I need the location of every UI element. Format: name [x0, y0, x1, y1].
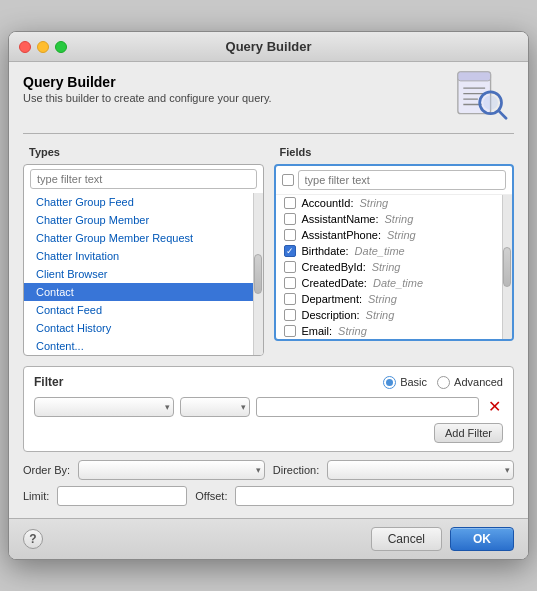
help-button[interactable]: ?	[23, 529, 43, 549]
bottom-bar: ? Cancel OK	[9, 518, 528, 559]
fields-scrollbar-thumb	[503, 247, 511, 287]
types-list-item[interactable]: Contact	[24, 283, 253, 301]
field-type: String	[359, 197, 388, 209]
page-title: Query Builder	[23, 74, 272, 90]
limit-label: Limit:	[23, 490, 49, 502]
field-checkbox[interactable]	[284, 261, 296, 273]
fields-list-item[interactable]: AssistantPhone:String	[276, 227, 503, 243]
field-type: String	[338, 325, 367, 337]
field-name: CreatedDate:	[302, 277, 367, 289]
types-section: Types Chatter Group FeedChatter Group Me…	[23, 142, 264, 356]
types-list-item[interactable]: Content...	[24, 337, 253, 355]
filter-value-input[interactable]	[256, 397, 479, 417]
add-filter-button[interactable]: Add Filter	[434, 423, 503, 443]
header-divider	[23, 133, 514, 134]
direction-select[interactable]	[327, 460, 514, 480]
types-list-wrap: Chatter Group FeedChatter Group MemberCh…	[24, 193, 253, 355]
fields-list-item[interactable]: AssistantName:String	[276, 211, 503, 227]
minimize-button[interactable]	[37, 41, 49, 53]
cancel-button[interactable]: Cancel	[371, 527, 442, 551]
query-builder-window: Query Builder Query Builder Use this bui…	[8, 31, 529, 560]
field-checkbox[interactable]	[284, 213, 296, 225]
svg-rect-1	[458, 72, 491, 81]
field-type: String	[366, 309, 395, 321]
svg-line-8	[499, 111, 506, 118]
fields-panel: AccountId:StringAssistantName:StringAssi…	[274, 164, 515, 341]
fields-filter-input[interactable]	[298, 170, 507, 190]
types-list-item[interactable]: Chatter Group Feed	[24, 193, 253, 211]
limit-input[interactable]	[57, 486, 187, 506]
field-checkbox[interactable]	[284, 245, 296, 257]
field-checkbox[interactable]	[284, 229, 296, 241]
fields-panel-label: Fields	[274, 142, 515, 160]
fields-scrollbar[interactable]	[502, 195, 512, 339]
filter-condition-row: ✕	[34, 397, 503, 417]
types-list-item[interactable]: Chatter Invitation	[24, 247, 253, 265]
fields-list-item[interactable]: Department:String	[276, 291, 503, 307]
filter-mode-radio-group: Basic Advanced	[383, 376, 503, 389]
order-direction-row: Order By: Direction:	[23, 460, 514, 480]
field-checkbox[interactable]	[284, 277, 296, 289]
field-checkbox[interactable]	[284, 293, 296, 305]
fields-list-item[interactable]: Description:String	[276, 307, 503, 323]
fields-select-all-checkbox[interactable]	[282, 174, 294, 186]
field-type: String	[385, 213, 414, 225]
filter-operator-select[interactable]	[180, 397, 250, 417]
basic-radio-dot	[383, 376, 396, 389]
main-content: Query Builder Use this builder to create…	[9, 62, 528, 518]
field-type: String	[372, 261, 401, 273]
field-name: Birthdate:	[302, 245, 349, 257]
order-by-select-wrap	[78, 460, 265, 480]
fields-list-item[interactable]: AccountId:String	[276, 195, 503, 211]
field-name: CreatedById:	[302, 261, 366, 273]
types-panel-label: Types	[23, 142, 264, 160]
types-scrollbar[interactable]	[253, 193, 263, 355]
fields-list-item[interactable]: CreatedById:String	[276, 259, 503, 275]
field-checkbox[interactable]	[284, 309, 296, 321]
offset-input[interactable]	[235, 486, 514, 506]
fields-list-item[interactable]: CreatedDate:Date_time	[276, 275, 503, 291]
types-list-item[interactable]: Chatter Group Member	[24, 211, 253, 229]
page-description: Use this builder to create and configure…	[23, 92, 272, 104]
titlebar: Query Builder	[9, 32, 528, 62]
order-by-select[interactable]	[78, 460, 265, 480]
field-checkbox[interactable]	[284, 197, 296, 209]
fields-list-wrap: AccountId:StringAssistantName:StringAssi…	[276, 195, 513, 339]
ok-button[interactable]: OK	[450, 527, 514, 551]
close-button[interactable]	[19, 41, 31, 53]
fields-list-item[interactable]: Email:String	[276, 323, 503, 339]
types-panel-inner: Chatter Group FeedChatter Group MemberCh…	[24, 193, 263, 355]
types-list-item[interactable]: Contact Feed	[24, 301, 253, 319]
field-type: Date_time	[373, 277, 423, 289]
fields-section: Fields AccountId:StringAssistantName:Str…	[274, 142, 515, 356]
filter-field-select[interactable]	[34, 397, 174, 417]
field-type: String	[368, 293, 397, 305]
direction-label: Direction:	[273, 464, 319, 476]
field-name: Description:	[302, 309, 360, 321]
field-name: AssistantName:	[302, 213, 379, 225]
filter-advanced-radio[interactable]: Advanced	[437, 376, 503, 389]
maximize-button[interactable]	[55, 41, 67, 53]
filter-delete-button[interactable]: ✕	[485, 398, 503, 416]
fields-filter-row	[276, 166, 513, 195]
svg-point-7	[483, 95, 498, 110]
field-type: Date_time	[355, 245, 405, 257]
types-filter-input[interactable]	[30, 169, 257, 189]
types-scrollbar-thumb	[254, 254, 262, 294]
action-buttons: Cancel OK	[371, 527, 514, 551]
types-list-item[interactable]: Chatter Group Member Request	[24, 229, 253, 247]
page-header: Query Builder Use this builder to create…	[23, 74, 514, 125]
types-list: Chatter Group FeedChatter Group MemberCh…	[24, 193, 253, 355]
fields-list-item[interactable]: Birthdate:Date_time	[276, 243, 503, 259]
query-icon	[454, 70, 509, 120]
filter-section: Filter Basic Advanced	[23, 366, 514, 452]
order-by-label: Order By:	[23, 464, 70, 476]
types-list-item[interactable]: Contact History	[24, 319, 253, 337]
field-checkbox[interactable]	[284, 325, 296, 337]
filter-basic-radio[interactable]: Basic	[383, 376, 427, 389]
types-list-item[interactable]: Client Browser	[24, 265, 253, 283]
field-name: AccountId:	[302, 197, 354, 209]
fields-list: AccountId:StringAssistantName:StringAssi…	[276, 195, 503, 339]
field-name: Department:	[302, 293, 363, 305]
basic-radio-label: Basic	[400, 376, 427, 388]
